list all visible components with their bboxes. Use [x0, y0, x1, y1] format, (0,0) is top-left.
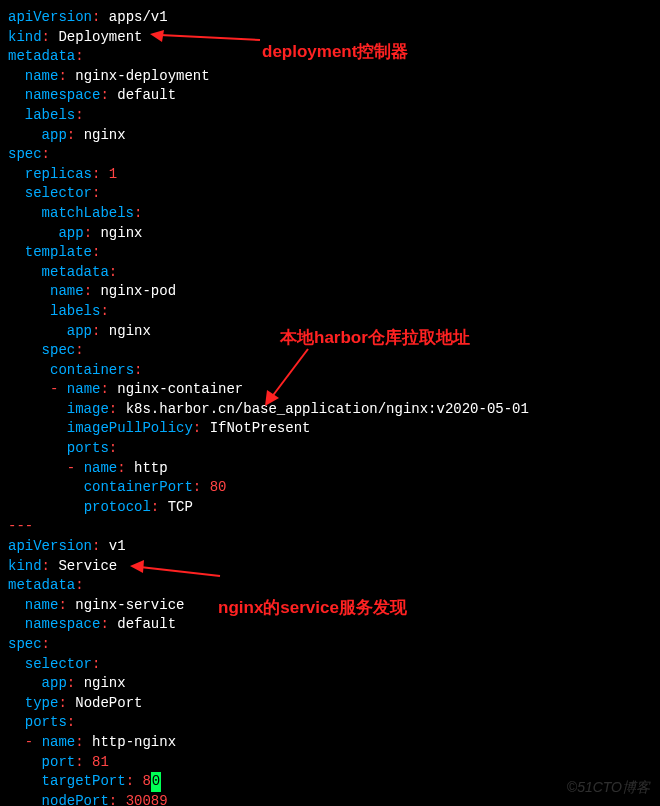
key: selector: [25, 656, 92, 672]
yaml-line: metadata:: [8, 263, 652, 283]
yaml-line: matchLabels:: [8, 204, 652, 224]
key: apiVersion: [8, 538, 92, 554]
yaml-line: app: nginx: [8, 224, 652, 244]
yaml-line: namespace: default: [8, 86, 652, 106]
yaml-line: name: nginx-pod: [8, 282, 652, 302]
key: ports: [67, 440, 109, 456]
yaml-line: template:: [8, 243, 652, 263]
value: apps/v1: [109, 9, 168, 25]
yaml-code-block: apiVersion: apps/v1 kind: Deployment met…: [8, 8, 652, 806]
key: name: [25, 597, 59, 613]
value: http-nginx: [92, 734, 176, 750]
value: TCP: [168, 499, 193, 515]
yaml-line: app: nginx: [8, 126, 652, 146]
yaml-line: metadata:: [8, 576, 652, 596]
key: app: [42, 675, 67, 691]
key: name: [25, 68, 59, 84]
value: nginx-pod: [100, 283, 176, 299]
yaml-line: protocol: TCP: [8, 498, 652, 518]
value: NodePort: [75, 695, 142, 711]
value: nginx: [109, 323, 151, 339]
yaml-line: containers:: [8, 361, 652, 381]
key: selector: [25, 185, 92, 201]
yaml-line: - name: http: [8, 459, 652, 479]
value: nginx-container: [117, 381, 243, 397]
yaml-line: apiVersion: apps/v1: [8, 8, 652, 28]
value: Service: [58, 558, 117, 574]
key: app: [42, 127, 67, 143]
value: 8: [142, 773, 150, 789]
yaml-line: selector:: [8, 184, 652, 204]
yaml-line: kind: Service: [8, 557, 652, 577]
key: metadata: [8, 577, 75, 593]
key: containerPort: [84, 479, 193, 495]
key: imagePullPolicy: [67, 420, 193, 436]
key: kind: [8, 558, 42, 574]
key: spec: [8, 146, 42, 162]
key: app: [58, 225, 83, 241]
key: containers: [50, 362, 134, 378]
key: nodePort: [42, 793, 109, 806]
value: nginx: [84, 127, 126, 143]
key: labels: [25, 107, 75, 123]
key: targetPort: [42, 773, 126, 789]
yaml-line: apiVersion: v1: [8, 537, 652, 557]
yaml-line: metadata:: [8, 47, 652, 67]
yaml-line: imagePullPolicy: IfNotPresent: [8, 419, 652, 439]
yaml-line: spec:: [8, 341, 652, 361]
value: nginx-service: [75, 597, 184, 613]
value: 80: [210, 479, 227, 495]
yaml-line: port: 81: [8, 753, 652, 773]
value: IfNotPresent: [210, 420, 311, 436]
key: port: [42, 754, 76, 770]
value: 30089: [126, 793, 168, 806]
yaml-line: nodePort: 30089: [8, 792, 652, 806]
key: name: [84, 460, 118, 476]
key: namespace: [25, 87, 101, 103]
key: namespace: [25, 616, 101, 632]
value: default: [117, 87, 176, 103]
yaml-line: selector:: [8, 655, 652, 675]
key: protocol: [84, 499, 151, 515]
key: metadata: [8, 48, 75, 64]
value: nginx-deployment: [75, 68, 209, 84]
value: http: [134, 460, 168, 476]
yaml-line: name: nginx-deployment: [8, 67, 652, 87]
key: metadata: [42, 264, 109, 280]
value: nginx: [100, 225, 142, 241]
key: ports: [25, 714, 67, 730]
key: spec: [42, 342, 76, 358]
value: default: [117, 616, 176, 632]
yaml-line: spec:: [8, 145, 652, 165]
key: type: [25, 695, 59, 711]
value: 1: [109, 166, 117, 182]
yaml-line: labels:: [8, 302, 652, 322]
dash: -: [25, 734, 42, 750]
yaml-line: image: k8s.harbor.cn/base_application/ng…: [8, 400, 652, 420]
key: name: [50, 283, 84, 299]
yaml-line: app: nginx: [8, 322, 652, 342]
key: template: [25, 244, 92, 260]
yaml-line: spec:: [8, 635, 652, 655]
value: v1: [109, 538, 126, 554]
value: k8s.harbor.cn/base_application/nginx:v20…: [126, 401, 529, 417]
value: 81: [92, 754, 109, 770]
yaml-line: - name: nginx-container: [8, 380, 652, 400]
dash: -: [67, 460, 84, 476]
key: replicas: [25, 166, 92, 182]
yaml-line: replicas: 1: [8, 165, 652, 185]
key: name: [67, 381, 101, 397]
key: spec: [8, 636, 42, 652]
key: name: [42, 734, 76, 750]
key: kind: [8, 29, 42, 45]
value: nginx: [84, 675, 126, 691]
key: app: [67, 323, 92, 339]
yaml-line: - name: http-nginx: [8, 733, 652, 753]
yaml-line: kind: Deployment: [8, 28, 652, 48]
value: Deployment: [58, 29, 142, 45]
yaml-line: app: nginx: [8, 674, 652, 694]
yaml-line: namespace: default: [8, 615, 652, 635]
yaml-line: ports:: [8, 439, 652, 459]
yaml-line: ports:: [8, 713, 652, 733]
dash: -: [50, 381, 67, 397]
